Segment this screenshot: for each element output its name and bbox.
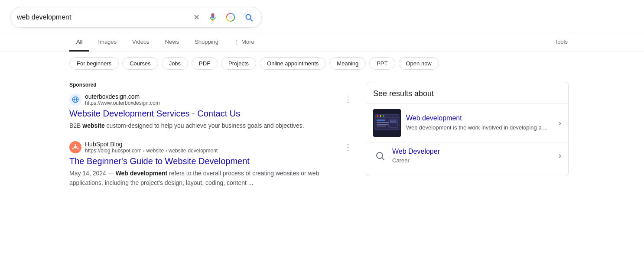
result-domain-name-outerbox: outerboxdesign.com [85,93,160,100]
result-source-hubspot: HubSpot Blog https://blog.hubspot.com › … [69,141,352,154]
svg-point-17 [377,115,378,117]
voice-search-button[interactable] [207,11,219,23]
more-dots-icon: ⋮ [234,39,240,45]
chip-pdf[interactable]: PDF [192,57,218,70]
tab-shopping[interactable]: Shopping [188,33,225,52]
svg-line-13 [73,148,74,148]
svg-point-7 [74,146,77,149]
result-snippet-outerbox: B2B website custom-designed to help you … [69,121,352,130]
chip-meaning[interactable]: Meaning [329,57,366,70]
search-box: web development ✕ [10,7,262,28]
hubspot-logo-icon [72,143,79,151]
result-domain-url-outerbox: https://www.outerboxdesign.com [85,100,160,106]
search-input[interactable]: web development [17,13,188,21]
result-source-outerbox: outerboxdesign.com https://www.outerboxd… [69,93,352,106]
result-menu-hubspot[interactable]: ⋮ [344,142,352,152]
search-icon [244,13,254,22]
result-item-hubspot: HubSpot Blog https://blog.hubspot.com › … [69,141,352,187]
tab-more[interactable]: ⋮ More [227,33,261,52]
microphone-icon [208,13,217,22]
web-development-thumbnail [373,109,401,137]
chip-for-beginners[interactable]: For beginners [69,57,119,70]
svg-rect-20 [377,120,385,121]
sidebar-item-web-developer-text: Web Developer Career [392,148,553,164]
search-icons: ✕ [192,11,255,24]
result-domain-url-hubspot: https://blog.hubspot.com › website › web… [85,148,218,154]
lens-icon [226,13,235,22]
tab-tools[interactable]: Tools [548,33,575,52]
result-title-hubspot[interactable]: The Beginner's Guide to Website Developm… [69,155,352,167]
filter-chips: For beginners Courses Jobs PDF Projects … [0,52,644,75]
svg-point-3 [229,16,232,19]
tab-videos[interactable]: Videos [125,33,156,52]
svg-point-8 [75,144,76,145]
sidebar-item-web-development[interactable]: Web development Web development is the w… [366,104,568,142]
chip-ppt[interactable]: PPT [369,57,395,70]
chip-jobs[interactable]: Jobs [162,57,188,70]
sidebar-item-web-development-desc: Web development is the work involved in … [406,124,553,132]
results-area: Sponsored outerboxdesign.com https://www… [69,78,352,198]
chip-online-appointments[interactable]: Online appointments [260,57,326,70]
result-domain-name-hubspot: HubSpot Blog [85,141,218,148]
search-submit-button[interactable] [242,11,255,24]
svg-rect-23 [377,126,386,126]
sidebar-item-web-developer-sub: Career [392,157,553,164]
result-domain-info-outerbox: outerboxdesign.com https://www.outerboxd… [85,93,160,106]
chip-projects[interactable]: Projects [221,57,256,70]
tab-news[interactable]: News [158,33,186,52]
result-snippet-hubspot: May 14, 2024 — Web development refers to… [69,168,352,187]
svg-rect-21 [377,122,390,123]
search-bar-area: web development ✕ [0,0,644,33]
see-results-box: See results about [366,82,569,176]
main-content: Sponsored outerboxdesign.com https://www… [0,75,644,201]
sidebar-area: See results about [366,78,569,198]
web-development-thumb-icon [373,109,401,137]
sidebar-item-web-development-text: Web development Web development is the w… [406,114,553,132]
chevron-right-icon-web-developer: › [559,151,561,160]
search-small-icon [375,151,385,161]
search-icon-web-developer [373,149,387,163]
chevron-right-icon-web-development: › [559,119,561,128]
globe-icon [72,96,79,103]
result-item-outerbox: outerboxdesign.com https://www.outerboxd… [69,93,352,130]
tab-all[interactable]: All [69,33,89,52]
sidebar-item-web-developer-name: Web Developer [392,148,553,155]
nav-tabs: All Images Videos News Shopping ⋮ More T… [0,33,644,52]
svg-rect-25 [390,120,397,123]
svg-line-12 [77,148,78,148]
result-domain-info-hubspot: HubSpot Blog https://blog.hubspot.com › … [85,141,218,154]
clear-button[interactable]: ✕ [192,11,202,24]
chip-open-now[interactable]: Open now [399,57,439,70]
see-results-title: See results about [366,89,568,104]
sidebar-item-web-development-name: Web development [406,114,553,122]
lens-search-button[interactable] [224,11,237,24]
chip-courses[interactable]: Courses [122,57,158,70]
svg-rect-22 [377,124,389,125]
result-title-outerbox[interactable]: Website Development Services - Contact U… [69,108,352,119]
svg-point-19 [383,115,384,117]
result-menu-outerbox[interactable]: ⋮ [344,95,352,104]
result-favicon-outerbox [69,94,81,106]
result-favicon-hubspot [69,141,81,153]
tab-images[interactable]: Images [91,33,124,52]
svg-point-18 [380,115,381,117]
svg-line-27 [382,158,384,160]
sidebar-item-web-developer[interactable]: Web Developer Career › [366,142,568,169]
sponsored-label: Sponsored [69,82,352,88]
